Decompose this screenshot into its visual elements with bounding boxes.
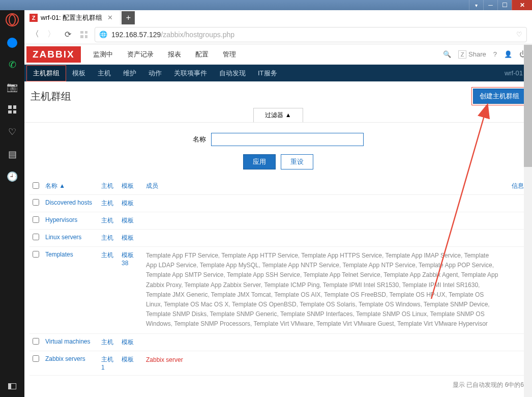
row-checkbox[interactable] bbox=[33, 355, 39, 362]
col-templates[interactable]: 模板 bbox=[122, 182, 134, 189]
row-checkbox[interactable] bbox=[33, 338, 39, 345]
window-minimize-button[interactable] bbox=[483, 0, 497, 10]
apply-button[interactable]: 应用 bbox=[243, 154, 276, 169]
news-icon[interactable]: ▤ bbox=[7, 149, 18, 160]
member-link[interactable]: Template OS AIX bbox=[274, 291, 320, 298]
templates-link[interactable]: 模板 bbox=[122, 356, 134, 363]
member-link[interactable]: Template JMX Tomcat bbox=[211, 291, 271, 298]
member-link[interactable]: Template Virt VMware bbox=[253, 320, 313, 327]
member-link[interactable]: Template App Zabbix Agent bbox=[383, 271, 458, 278]
row-checkbox[interactable] bbox=[33, 216, 39, 223]
submenu-item-1[interactable]: 模板 bbox=[66, 66, 92, 81]
col-name[interactable]: 名称 ▲ bbox=[45, 182, 65, 189]
nav-back-button[interactable]: 〈 bbox=[29, 29, 41, 40]
reset-button[interactable]: 重设 bbox=[281, 154, 313, 169]
group-name-link[interactable]: Discovered hosts bbox=[45, 199, 92, 206]
member-link[interactable]: Template OS Solaris bbox=[300, 301, 355, 308]
group-name-link[interactable]: Virtual machines bbox=[45, 338, 91, 345]
menu-item-3[interactable]: 配置 bbox=[193, 45, 211, 64]
member-link[interactable]: Template OS Windows bbox=[359, 301, 420, 308]
filter-tab[interactable]: 过滤器 ▲ bbox=[253, 108, 303, 122]
group-name-link[interactable]: Templates bbox=[45, 251, 73, 258]
submenu-item-5[interactable]: 关联项事件 bbox=[168, 66, 213, 81]
window-close-button[interactable] bbox=[512, 0, 532, 10]
menu-item-2[interactable]: 报表 bbox=[166, 45, 183, 64]
nav-start-button[interactable] bbox=[78, 29, 90, 40]
window-dropdown-button[interactable] bbox=[469, 0, 483, 10]
member-link[interactable]: Template SNMP Device bbox=[424, 301, 488, 308]
member-link[interactable]: Template SNMP Interfaces bbox=[280, 310, 353, 318]
tab-close-icon[interactable]: ✕ bbox=[105, 14, 115, 21]
filter-name-input[interactable] bbox=[211, 133, 364, 146]
member-link[interactable]: Template App HTTP Service bbox=[221, 252, 298, 259]
browser-tab[interactable]: Z wrf-01: 配置主机群组 ✕ bbox=[24, 10, 121, 25]
menu-item-4[interactable]: 管理 bbox=[221, 45, 238, 64]
member-link[interactable]: Template App SSH Service bbox=[227, 271, 300, 278]
group-name-link[interactable]: Zabbix servers bbox=[45, 355, 85, 362]
member-link[interactable]: Template App POP Service bbox=[419, 262, 492, 269]
group-name-link[interactable]: Hypervisors bbox=[45, 216, 77, 223]
search-icon[interactable]: 🔍 bbox=[443, 50, 451, 58]
member-link[interactable]: Template OS Mac OS X bbox=[164, 301, 228, 308]
member-link[interactable]: Zabbix server bbox=[146, 356, 183, 363]
submenu-item-3[interactable]: 维护 bbox=[117, 66, 142, 81]
hosts-link[interactable]: 主机 bbox=[101, 217, 113, 224]
window-maximize-button[interactable] bbox=[497, 0, 512, 10]
member-link[interactable]: Template App Zabbix Server bbox=[185, 281, 261, 289]
member-link[interactable]: Template App Telnet Service bbox=[304, 271, 380, 278]
scroll-thumb[interactable] bbox=[524, 45, 532, 167]
member-link[interactable]: Template Virt VMware Hypervisor bbox=[397, 320, 488, 327]
camera-icon[interactable] bbox=[7, 81, 18, 93]
hosts-link[interactable]: 主机 bbox=[101, 234, 113, 241]
heart-icon[interactable]: ♡ bbox=[7, 126, 18, 137]
member-link[interactable]: Template App MySQL bbox=[200, 262, 259, 269]
nav-reload-button[interactable]: ⟳ bbox=[62, 29, 73, 40]
hosts-link[interactable]: 主机 1 bbox=[101, 356, 113, 371]
submenu-item-6[interactable]: 自动发现 bbox=[213, 66, 252, 81]
select-all-checkbox[interactable] bbox=[33, 182, 39, 189]
col-hosts[interactable]: 主机 bbox=[101, 182, 113, 189]
nav-forward-button[interactable]: 〉 bbox=[46, 29, 57, 40]
row-checkbox[interactable] bbox=[33, 199, 39, 206]
create-hostgroup-button[interactable]: 创建主机群组 bbox=[473, 89, 526, 104]
member-link[interactable]: Template OS HP-UX bbox=[389, 291, 445, 298]
page-scrollbar[interactable] bbox=[524, 45, 532, 397]
member-link[interactable]: Template SNMP Processors bbox=[174, 320, 250, 327]
submenu-item-0[interactable]: 主机群组 bbox=[26, 65, 66, 81]
member-link[interactable]: Template App IMAP Service bbox=[385, 252, 461, 259]
member-link[interactable]: Template Virt VMware Guest bbox=[316, 320, 394, 327]
member-link[interactable]: Template App HTTPS Service bbox=[301, 252, 382, 259]
bookmark-icon[interactable]: ♡ bbox=[516, 31, 522, 38]
submenu-item-4[interactable]: 动作 bbox=[142, 66, 168, 81]
row-checkbox[interactable] bbox=[33, 234, 39, 240]
member-link[interactable]: Template OS OpenBSD bbox=[232, 301, 297, 308]
member-link[interactable]: Template SNMP OS Linux bbox=[356, 310, 427, 318]
templates-link[interactable]: 模板 38 bbox=[122, 251, 134, 267]
menu-item-1[interactable]: 资产记录 bbox=[125, 45, 156, 64]
menu-item-0[interactable]: 监测中 bbox=[91, 45, 115, 64]
hosts-link[interactable]: 主机 bbox=[101, 251, 113, 259]
member-link[interactable]: Template SNMP Generic bbox=[210, 310, 277, 318]
whatsapp-icon[interactable]: ✆ bbox=[7, 59, 18, 70]
templates-link[interactable]: 模板 bbox=[122, 217, 134, 224]
member-link[interactable]: Template IPMI Intel SR1530 bbox=[323, 281, 399, 289]
submenu-item-2[interactable]: 主机 bbox=[92, 66, 117, 81]
member-link[interactable]: Template SNMP Disks bbox=[146, 310, 206, 318]
member-link[interactable]: Template App SMTP Service bbox=[146, 271, 224, 278]
member-link[interactable]: Template IPMI Intel SR1630 bbox=[402, 281, 478, 289]
clock-icon[interactable]: 🕘 bbox=[7, 171, 18, 182]
member-link[interactable]: Template App FTP Service bbox=[146, 252, 218, 259]
hosts-link[interactable]: 主机 bbox=[101, 200, 113, 207]
new-tab-button[interactable]: + bbox=[122, 11, 135, 24]
url-field[interactable]: 🌐 192.168.57.129/zabbix/hostgroups.php ♡ bbox=[95, 27, 527, 42]
speed-dial-icon[interactable] bbox=[7, 104, 18, 115]
row-checkbox[interactable] bbox=[33, 251, 39, 258]
messenger-icon[interactable] bbox=[7, 38, 17, 48]
sidebar-toggle-icon[interactable] bbox=[7, 381, 18, 392]
member-link[interactable]: Template App NTP Service bbox=[342, 262, 415, 269]
user-icon[interactable]: 👤 bbox=[504, 50, 512, 58]
help-icon[interactable]: ? bbox=[493, 50, 497, 58]
member-link[interactable]: Template OS FreeBSD bbox=[324, 291, 386, 298]
group-name-link[interactable]: Linux servers bbox=[45, 234, 81, 241]
submenu-item-7[interactable]: IT服务 bbox=[252, 66, 283, 81]
